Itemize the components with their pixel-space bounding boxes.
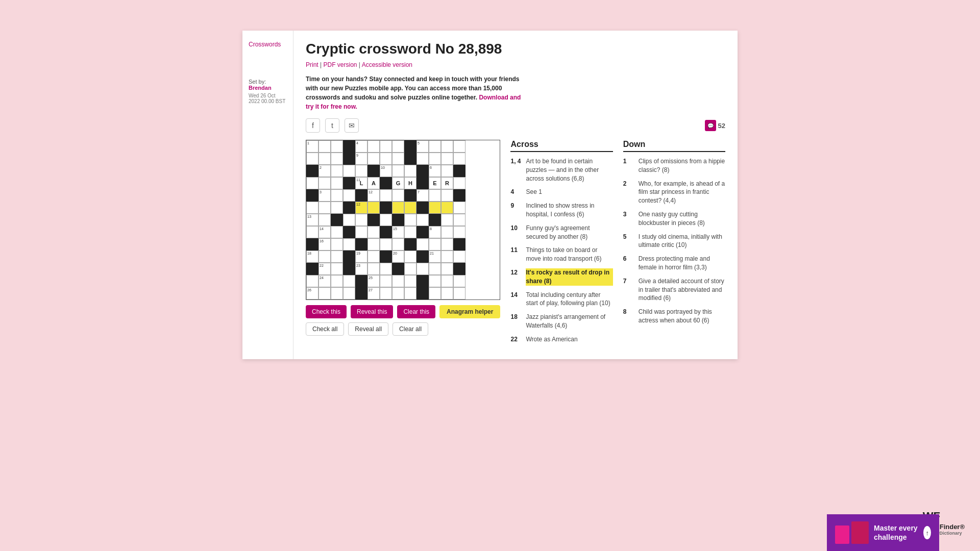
- grid-cell[interactable]: 8: [429, 226, 441, 238]
- print-link[interactable]: Print: [306, 61, 318, 68]
- grid-cell[interactable]: [306, 226, 318, 238]
- grid-cell[interactable]: [380, 153, 392, 165]
- grid-cell[interactable]: [429, 202, 441, 214]
- grid-cell[interactable]: 10: [380, 165, 392, 177]
- grid-cell[interactable]: [318, 287, 331, 299]
- grid-cell[interactable]: [355, 165, 368, 177]
- grid-cell[interactable]: [380, 275, 392, 287]
- grid-cell[interactable]: [343, 165, 355, 177]
- grid-cell[interactable]: [441, 275, 453, 287]
- grid-cell[interactable]: 19: [355, 251, 368, 263]
- facebook-icon[interactable]: f: [306, 118, 320, 133]
- grid-cell[interactable]: [331, 177, 343, 189]
- grid-cell[interactable]: [368, 251, 380, 263]
- grid-cell[interactable]: [318, 140, 331, 153]
- grid-cell[interactable]: [368, 153, 380, 165]
- grid-cell[interactable]: [429, 275, 441, 287]
- grid-cell[interactable]: 22: [318, 263, 331, 275]
- grid-cell[interactable]: [404, 214, 416, 226]
- grid-cell[interactable]: 4: [355, 140, 368, 153]
- grid-cell[interactable]: [331, 153, 343, 165]
- grid-cell[interactable]: 21: [429, 251, 441, 263]
- grid-cell[interactable]: [404, 226, 416, 238]
- grid-cell[interactable]: [392, 275, 404, 287]
- grid-cell[interactable]: [368, 263, 380, 275]
- grid-cell[interactable]: [429, 153, 441, 165]
- grid-cell[interactable]: [404, 202, 416, 214]
- clue-item[interactable]: 22Wrote as American: [510, 335, 612, 344]
- grid-cell[interactable]: H: [404, 177, 416, 189]
- grid-cell[interactable]: [392, 238, 404, 251]
- grid-cell[interactable]: [380, 238, 392, 251]
- grid-cell[interactable]: [331, 140, 343, 153]
- clear-this-button[interactable]: Clear this: [397, 305, 435, 318]
- grid-cell[interactable]: 12: [355, 202, 368, 214]
- grid-cell[interactable]: [392, 189, 404, 202]
- grid-cell[interactable]: [453, 214, 465, 226]
- crossword-grid[interactable]: 1459210611LAGHER312712131415816181920212…: [306, 140, 500, 300]
- grid-cell[interactable]: [331, 165, 343, 177]
- grid-cell[interactable]: 14: [318, 226, 331, 238]
- grid-cell[interactable]: [392, 287, 404, 299]
- grid-cell[interactable]: [453, 226, 465, 238]
- grid-cell[interactable]: [453, 251, 465, 263]
- grid-cell[interactable]: [331, 287, 343, 299]
- grid-cell[interactable]: [416, 214, 429, 226]
- grid-cell[interactable]: R: [441, 177, 453, 189]
- clue-item[interactable]: 2Who, for example, is ahead of a film st…: [623, 180, 725, 205]
- clue-item[interactable]: 7Give a detailed account of story in tra…: [623, 277, 725, 303]
- grid-cell[interactable]: [343, 275, 355, 287]
- clue-item[interactable]: 9Inclined to show stress in hospital, I …: [510, 202, 612, 219]
- grid-cell[interactable]: 11L: [355, 177, 368, 189]
- grid-cell[interactable]: [318, 153, 331, 165]
- grid-cell[interactable]: [380, 189, 392, 202]
- clue-item[interactable]: 3One nasty guy cutting blockbuster in pi…: [623, 210, 725, 228]
- grid-cell[interactable]: 1: [306, 140, 318, 153]
- grid-cell[interactable]: [306, 275, 318, 287]
- grid-cell[interactable]: [404, 263, 416, 275]
- grid-cell[interactable]: [392, 165, 404, 177]
- clue-item[interactable]: 1, 4Art to be found in certain puzzles —…: [510, 157, 612, 183]
- grid-cell[interactable]: 18: [306, 251, 318, 263]
- grid-cell[interactable]: [368, 226, 380, 238]
- grid-cell[interactable]: [404, 251, 416, 263]
- pdf-link[interactable]: PDF version: [323, 61, 357, 68]
- grid-cell[interactable]: [331, 202, 343, 214]
- grid-cell[interactable]: [392, 202, 404, 214]
- grid-cell[interactable]: [306, 177, 318, 189]
- grid-cell[interactable]: 13: [306, 214, 318, 226]
- grid-cell[interactable]: 25: [368, 275, 380, 287]
- accessible-link[interactable]: Accessible version: [362, 61, 412, 68]
- grid-cell[interactable]: 3: [318, 189, 331, 202]
- grid-cell[interactable]: [453, 287, 465, 299]
- grid-cell[interactable]: [429, 238, 441, 251]
- grid-cell[interactable]: [318, 202, 331, 214]
- grid-cell[interactable]: 9: [355, 153, 368, 165]
- grid-cell[interactable]: [343, 189, 355, 202]
- grid-cell[interactable]: [429, 263, 441, 275]
- grid-cell[interactable]: [331, 189, 343, 202]
- breadcrumb[interactable]: Crosswords: [249, 41, 287, 48]
- grid-cell[interactable]: [306, 153, 318, 165]
- grid-cell[interactable]: [404, 287, 416, 299]
- grid-cell[interactable]: 26: [306, 287, 318, 299]
- anagram-helper-button[interactable]: Anagram helper: [439, 305, 500, 318]
- grid-cell[interactable]: [429, 287, 441, 299]
- grid-cell[interactable]: [453, 140, 465, 153]
- grid-cell[interactable]: [453, 275, 465, 287]
- grid-cell[interactable]: [380, 263, 392, 275]
- grid-cell[interactable]: [416, 238, 429, 251]
- grid-cell[interactable]: [441, 153, 453, 165]
- grid-cell[interactable]: A: [368, 177, 380, 189]
- grid-cell[interactable]: [306, 202, 318, 214]
- grid-cell[interactable]: [343, 287, 355, 299]
- grid-cell[interactable]: [441, 238, 453, 251]
- grid-cell[interactable]: [441, 214, 453, 226]
- grid-cell[interactable]: 20: [392, 251, 404, 263]
- clue-item[interactable]: 10Funny guy's agreement secured by anoth…: [510, 224, 612, 241]
- grid-cell[interactable]: [331, 275, 343, 287]
- grid-cell[interactable]: [368, 140, 380, 153]
- grid-cell[interactable]: [404, 165, 416, 177]
- grid-cell[interactable]: 7: [416, 189, 429, 202]
- grid-cell[interactable]: [416, 153, 429, 165]
